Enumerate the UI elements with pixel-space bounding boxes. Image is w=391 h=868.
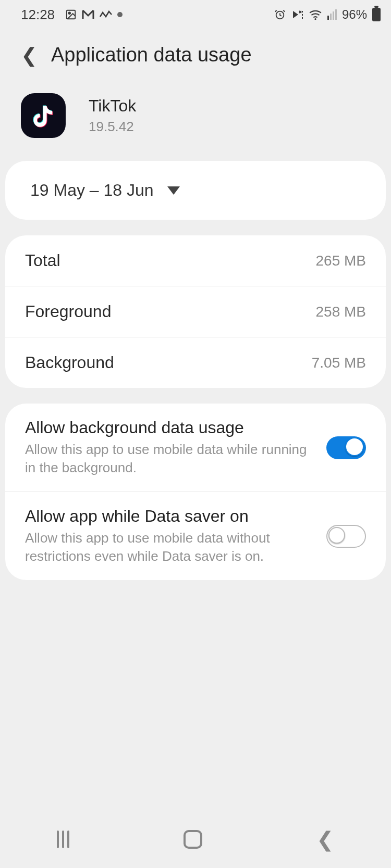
status-time: 12:28 bbox=[21, 7, 55, 23]
battery-icon bbox=[372, 8, 381, 21]
nav-recents-button[interactable] bbox=[57, 831, 69, 848]
setting-allow-background-data[interactable]: Allow background data usage Allow this a… bbox=[5, 404, 386, 492]
stocks-icon bbox=[100, 10, 112, 19]
setting-description: Allow this app to use mobile data withou… bbox=[25, 529, 316, 565]
usage-label: Background bbox=[25, 353, 114, 372]
setting-description: Allow this app to use mobile data while … bbox=[25, 441, 316, 477]
chevron-down-icon bbox=[167, 186, 180, 195]
setting-title: Allow background data usage bbox=[25, 418, 316, 437]
usage-value: 258 MB bbox=[316, 304, 366, 320]
more-notifications-dot bbox=[117, 12, 123, 17]
picture-icon bbox=[65, 9, 77, 20]
svg-point-1 bbox=[68, 12, 70, 14]
setting-title: Allow app while Data saver on bbox=[25, 507, 316, 526]
vibrate-icon bbox=[291, 9, 303, 20]
date-range-dropdown[interactable]: 19 May – 18 Jun bbox=[30, 181, 361, 200]
setting-allow-data-saver[interactable]: Allow app while Data saver on Allow this… bbox=[5, 492, 386, 580]
battery-percent: 96% bbox=[342, 7, 367, 22]
usage-label: Foreground bbox=[25, 302, 111, 321]
settings-card: Allow background data usage Allow this a… bbox=[5, 404, 386, 580]
page-title: Application data usage bbox=[51, 44, 252, 66]
toggle-allow-data-saver[interactable] bbox=[326, 525, 366, 548]
usage-row-total: Total 265 MB bbox=[5, 235, 386, 286]
usage-value: 265 MB bbox=[316, 253, 366, 269]
app-icon bbox=[21, 93, 66, 138]
cell-signal-icon bbox=[327, 9, 337, 20]
gmail-icon bbox=[82, 9, 94, 20]
wifi-icon bbox=[309, 9, 322, 20]
usage-card: Total 265 MB Foreground 258 MB Backgroun… bbox=[5, 235, 386, 388]
usage-row-foreground: Foreground 258 MB bbox=[5, 286, 386, 337]
page-header: ❮ Application data usage bbox=[0, 25, 391, 77]
app-info: TikTok 19.5.42 bbox=[0, 77, 391, 161]
app-version: 19.5.42 bbox=[89, 119, 136, 135]
nav-back-button[interactable]: ❮ bbox=[316, 827, 334, 851]
date-range-card: 19 May – 18 Jun bbox=[5, 161, 386, 220]
navigation-bar: ❮ bbox=[0, 811, 391, 868]
back-button[interactable]: ❮ bbox=[21, 45, 38, 65]
date-range-label: 19 May – 18 Jun bbox=[30, 181, 154, 200]
nav-home-button[interactable] bbox=[184, 830, 202, 849]
usage-row-background: Background 7.05 MB bbox=[5, 337, 386, 388]
status-bar: 12:28 96% bbox=[0, 0, 391, 25]
app-name: TikTok bbox=[89, 96, 136, 116]
usage-label: Total bbox=[25, 251, 60, 270]
toggle-allow-background-data[interactable] bbox=[326, 436, 366, 459]
usage-value: 7.05 MB bbox=[312, 355, 366, 371]
svg-point-5 bbox=[314, 18, 316, 20]
alarm-icon bbox=[274, 9, 286, 20]
